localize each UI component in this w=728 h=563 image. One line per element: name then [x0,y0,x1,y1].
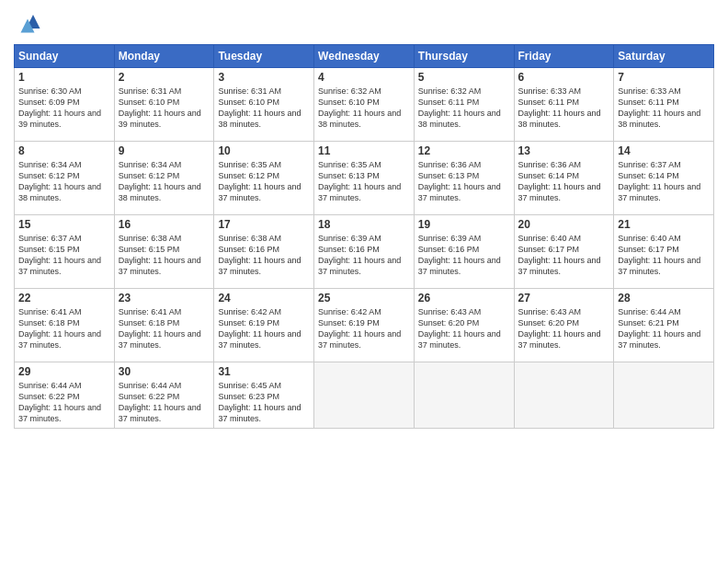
day-number: 11 [318,144,410,157]
calendar-cell: 28Sunrise: 6:44 AMSunset: 6:21 PMDayligh… [614,289,714,362]
calendar-cell: 20Sunrise: 6:40 AMSunset: 6:17 PMDayligh… [514,215,614,289]
calendar: SundayMondayTuesdayWednesdayThursdayFrid… [14,44,714,429]
day-number: 20 [518,218,610,231]
calendar-cell: 13Sunrise: 6:36 AMSunset: 6:14 PMDayligh… [514,142,614,215]
day-number: 27 [518,292,610,304]
day-number: 3 [218,71,310,84]
day-number: 28 [618,292,710,304]
day-info: Sunrise: 6:33 AMSunset: 6:11 PMDaylight:… [518,86,610,131]
day-number: 10 [218,144,310,157]
day-number: 24 [218,292,310,304]
day-info: Sunrise: 6:31 AMSunset: 6:10 PMDaylight:… [119,86,210,131]
calendar-cell: 16Sunrise: 6:38 AMSunset: 6:15 PMDayligh… [114,215,214,289]
calendar-header-row: SundayMondayTuesdayWednesdayThursdayFrid… [15,45,714,68]
day-number: 30 [119,365,210,378]
calendar-week-row: 1Sunrise: 6:30 AMSunset: 6:09 PMDaylight… [15,68,714,142]
calendar-cell: 15Sunrise: 6:37 AMSunset: 6:15 PMDayligh… [15,215,115,289]
day-number: 31 [218,365,310,378]
day-info: Sunrise: 6:35 AMSunset: 6:13 PMDaylight:… [318,159,410,204]
day-number: 19 [418,218,510,231]
calendar-cell: 6Sunrise: 6:33 AMSunset: 6:11 PMDaylight… [514,68,614,142]
calendar-week-row: 29Sunrise: 6:44 AMSunset: 6:22 PMDayligh… [15,362,714,429]
calendar-cell: 9Sunrise: 6:34 AMSunset: 6:12 PMDaylight… [114,142,214,215]
calendar-week-row: 8Sunrise: 6:34 AMSunset: 6:12 PMDaylight… [15,142,714,215]
day-number: 17 [218,218,310,231]
day-number: 16 [119,218,210,231]
day-info: Sunrise: 6:42 AMSunset: 6:19 PMDaylight:… [218,306,310,351]
calendar-cell: 22Sunrise: 6:41 AMSunset: 6:18 PMDayligh… [15,289,115,362]
calendar-week-row: 15Sunrise: 6:37 AMSunset: 6:15 PMDayligh… [15,215,714,289]
day-number: 4 [318,71,410,84]
calendar-cell: 26Sunrise: 6:43 AMSunset: 6:20 PMDayligh… [414,289,514,362]
calendar-cell: 18Sunrise: 6:39 AMSunset: 6:16 PMDayligh… [314,215,415,289]
day-number: 6 [518,71,610,84]
day-number: 15 [18,218,110,231]
day-number: 7 [618,71,710,84]
calendar-cell: 29Sunrise: 6:44 AMSunset: 6:22 PMDayligh… [15,362,115,429]
day-info: Sunrise: 6:39 AMSunset: 6:16 PMDaylight:… [418,233,510,278]
day-number: 13 [518,144,610,157]
calendar-cell: 25Sunrise: 6:42 AMSunset: 6:19 PMDayligh… [314,289,415,362]
day-number: 29 [18,365,110,378]
day-number: 21 [618,218,710,231]
calendar-cell: 17Sunrise: 6:38 AMSunset: 6:16 PMDayligh… [214,215,314,289]
day-number: 18 [318,218,410,231]
day-info: Sunrise: 6:34 AMSunset: 6:12 PMDaylight:… [18,159,110,204]
calendar-cell: 2Sunrise: 6:31 AMSunset: 6:10 PMDaylight… [114,68,214,142]
calendar-cell [414,362,514,429]
calendar-day-header: Saturday [614,45,714,68]
day-info: Sunrise: 6:31 AMSunset: 6:10 PMDaylight:… [218,86,310,131]
calendar-cell: 7Sunrise: 6:33 AMSunset: 6:11 PMDaylight… [614,68,714,142]
day-info: Sunrise: 6:44 AMSunset: 6:22 PMDaylight:… [119,380,210,425]
day-info: Sunrise: 6:38 AMSunset: 6:16 PMDaylight:… [218,233,310,278]
day-number: 5 [418,71,510,84]
day-number: 1 [18,71,110,84]
calendar-week-row: 22Sunrise: 6:41 AMSunset: 6:18 PMDayligh… [15,289,714,362]
calendar-cell: 31Sunrise: 6:45 AMSunset: 6:23 PMDayligh… [214,362,314,429]
calendar-cell: 3Sunrise: 6:31 AMSunset: 6:10 PMDaylight… [214,68,314,142]
day-number: 2 [119,71,210,84]
day-info: Sunrise: 6:45 AMSunset: 6:23 PMDaylight:… [218,380,310,425]
day-info: Sunrise: 6:41 AMSunset: 6:18 PMDaylight:… [119,306,210,351]
calendar-day-header: Wednesday [314,45,415,68]
logo [14,9,45,37]
calendar-cell: 19Sunrise: 6:39 AMSunset: 6:16 PMDayligh… [414,215,514,289]
day-info: Sunrise: 6:44 AMSunset: 6:21 PMDaylight:… [618,306,710,351]
day-info: Sunrise: 6:32 AMSunset: 6:10 PMDaylight:… [318,86,410,131]
calendar-day-header: Monday [114,45,214,68]
calendar-cell: 1Sunrise: 6:30 AMSunset: 6:09 PMDaylight… [15,68,115,142]
day-number: 14 [618,144,710,157]
day-info: Sunrise: 6:44 AMSunset: 6:22 PMDaylight:… [18,380,110,425]
calendar-cell: 30Sunrise: 6:44 AMSunset: 6:22 PMDayligh… [114,362,214,429]
calendar-cell: 10Sunrise: 6:35 AMSunset: 6:12 PMDayligh… [214,142,314,215]
day-number: 23 [119,292,210,304]
day-info: Sunrise: 6:43 AMSunset: 6:20 PMDaylight:… [518,306,610,351]
calendar-cell [614,362,714,429]
day-number: 22 [18,292,110,304]
day-info: Sunrise: 6:35 AMSunset: 6:12 PMDaylight:… [218,159,310,204]
calendar-cell: 24Sunrise: 6:42 AMSunset: 6:19 PMDayligh… [214,289,314,362]
day-number: 26 [418,292,510,304]
calendar-cell: 23Sunrise: 6:41 AMSunset: 6:18 PMDayligh… [114,289,214,362]
day-info: Sunrise: 6:30 AMSunset: 6:09 PMDaylight:… [18,86,110,131]
day-info: Sunrise: 6:33 AMSunset: 6:11 PMDaylight:… [618,86,710,131]
calendar-day-header: Thursday [414,45,514,68]
day-info: Sunrise: 6:43 AMSunset: 6:20 PMDaylight:… [418,306,510,351]
calendar-cell: 27Sunrise: 6:43 AMSunset: 6:20 PMDayligh… [514,289,614,362]
calendar-cell: 21Sunrise: 6:40 AMSunset: 6:17 PMDayligh… [614,215,714,289]
calendar-cell: 11Sunrise: 6:35 AMSunset: 6:13 PMDayligh… [314,142,415,215]
calendar-cell [314,362,415,429]
day-number: 8 [18,144,110,157]
calendar-cell: 14Sunrise: 6:37 AMSunset: 6:14 PMDayligh… [614,142,714,215]
page: SundayMondayTuesdayWednesdayThursdayFrid… [0,0,728,563]
day-info: Sunrise: 6:32 AMSunset: 6:11 PMDaylight:… [418,86,510,131]
day-info: Sunrise: 6:36 AMSunset: 6:13 PMDaylight:… [418,159,510,204]
day-info: Sunrise: 6:38 AMSunset: 6:15 PMDaylight:… [119,233,210,278]
calendar-day-header: Sunday [15,45,115,68]
calendar-cell: 12Sunrise: 6:36 AMSunset: 6:13 PMDayligh… [414,142,514,215]
day-info: Sunrise: 6:36 AMSunset: 6:14 PMDaylight:… [518,159,610,204]
day-info: Sunrise: 6:40 AMSunset: 6:17 PMDaylight:… [518,233,610,278]
calendar-cell: 5Sunrise: 6:32 AMSunset: 6:11 PMDaylight… [414,68,514,142]
day-info: Sunrise: 6:42 AMSunset: 6:19 PMDaylight:… [318,306,410,351]
day-info: Sunrise: 6:34 AMSunset: 6:12 PMDaylight:… [119,159,210,204]
